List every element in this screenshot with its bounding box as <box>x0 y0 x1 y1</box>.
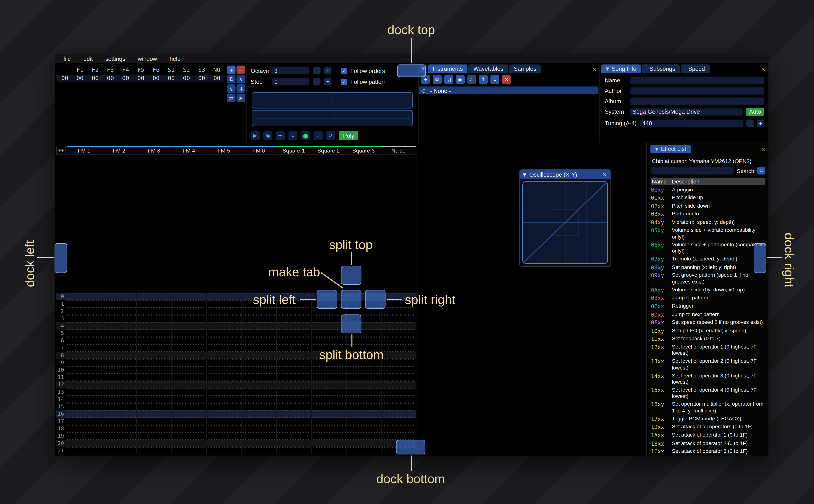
order-cell[interactable]: 00 <box>194 75 209 82</box>
tuning-increase-button[interactable]: + <box>757 120 764 127</box>
effect-search-input[interactable] <box>651 167 734 175</box>
pattern-row[interactable]: 12 <box>56 381 416 389</box>
pattern-row[interactable]: 11 <box>56 374 416 381</box>
pattern-row-cells[interactable] <box>66 308 415 315</box>
pattern-row-cells[interactable] <box>66 374 415 381</box>
move-instrument-up-button[interactable]: ↑ <box>479 75 488 84</box>
drop-target-split-bottom[interactable] <box>341 314 361 333</box>
panel-separator[interactable] <box>600 63 600 143</box>
pattern-row[interactable]: 10 <box>56 366 416 374</box>
instruments-tab[interactable]: Instruments <box>428 64 468 73</box>
order-cell[interactable]: 00 <box>72 75 88 82</box>
order-cell[interactable]: 00 <box>209 75 224 82</box>
channel-header[interactable]: Noise <box>381 146 416 154</box>
pattern-row-cells[interactable] <box>66 293 415 300</box>
instruments-tab[interactable]: Wavetables <box>469 64 508 73</box>
octave-decrease-button[interactable]: - <box>313 67 320 74</box>
duplicate-order-button[interactable]: ⧉ <box>227 75 235 83</box>
channel-header[interactable]: FM 2 <box>102 146 136 154</box>
step-decrease-button[interactable]: - <box>313 78 320 85</box>
system-input[interactable] <box>630 108 743 116</box>
play-pattern-button[interactable]: ◉ <box>263 131 272 140</box>
pattern-row-cells[interactable] <box>66 418 415 425</box>
order-edit-mode-button[interactable]: ➤ <box>236 94 245 102</box>
collapse-icon[interactable]: ▼ <box>523 172 526 177</box>
channel-header[interactable]: Square 2 <box>311 146 346 154</box>
pattern-row-cells[interactable] <box>66 330 415 337</box>
pattern-row-cells[interactable] <box>66 322 415 330</box>
order-cell[interactable]: 00 <box>57 75 72 82</box>
drop-target-split-left[interactable] <box>317 290 337 309</box>
pattern-row-cells[interactable] <box>66 440 415 447</box>
add-order-button[interactable]: + <box>227 66 235 74</box>
order-cell[interactable]: 00 <box>179 75 194 82</box>
drop-target-split-top[interactable] <box>341 266 361 285</box>
pattern-row-cells[interactable] <box>66 396 415 403</box>
dock-separator[interactable] <box>646 143 647 456</box>
instrument-list-item[interactable]: ○ - None - <box>419 86 598 94</box>
order-cell[interactable]: 00 <box>118 75 133 82</box>
channel-header[interactable]: FM 1 <box>67 146 101 154</box>
oscilloscope-title-bar[interactable]: ▼ Oscilloscope (X-Y) × <box>520 170 611 179</box>
poly-mode-button[interactable]: Poly <box>339 131 358 140</box>
pattern-row[interactable]: 15 <box>56 403 416 410</box>
pattern-row-cells[interactable] <box>66 381 415 389</box>
step-input[interactable] <box>272 78 309 85</box>
song-album-input[interactable] <box>630 97 764 105</box>
step-forward-button[interactable]: ⇥ <box>276 131 285 140</box>
panel-separator[interactable] <box>246 63 247 143</box>
channel-header[interactable]: Square 3 <box>346 146 381 154</box>
pattern-row[interactable]: 13 <box>56 388 416 396</box>
pattern-row-cells[interactable] <box>66 388 415 396</box>
pattern-row[interactable]: 5 <box>56 330 416 337</box>
pattern-row[interactable]: 6 <box>56 337 416 344</box>
pattern-row[interactable]: 14 <box>56 396 416 403</box>
channel-header[interactable]: FM 4 <box>171 146 206 154</box>
channel-header[interactable]: FM 3 <box>136 146 171 154</box>
close-icon[interactable]: × <box>591 66 598 73</box>
pattern-row[interactable]: 18 <box>56 425 416 433</box>
pattern-row-cells[interactable] <box>66 403 415 410</box>
menu-item[interactable]: settings <box>99 55 131 62</box>
order-cell[interactable]: 00 <box>164 75 179 82</box>
pattern-row[interactable]: 16 <box>56 410 416 418</box>
duplicate-instrument-button[interactable]: ⧉ <box>433 75 442 84</box>
song-info-tab[interactable]: ▼Song Info <box>601 64 641 73</box>
remove-order-button[interactable]: − <box>236 66 245 74</box>
pattern-row[interactable]: 1 <box>56 300 416 308</box>
step-down-button[interactable]: ↓ <box>288 131 297 140</box>
pattern-row-cells[interactable] <box>66 300 415 308</box>
toggle-folders-button[interactable]: ∴ <box>467 75 476 84</box>
order-change-mode-button[interactable]: ⇄ <box>227 94 235 102</box>
menu-item[interactable]: edit <box>77 55 99 62</box>
follow-orders-checkbox[interactable]: ✓ <box>341 67 347 74</box>
repeat-pattern-button[interactable]: ⟳ <box>326 131 335 140</box>
order-cell[interactable]: 00 <box>88 75 103 82</box>
duplicate-order-end-button[interactable]: ⇊ <box>236 84 245 93</box>
song-author-input[interactable] <box>630 87 764 95</box>
pattern-row-cells[interactable] <box>66 410 415 418</box>
step-increase-button[interactable]: + <box>324 78 331 85</box>
pattern-corner-button[interactable]: ++ <box>56 146 65 154</box>
pattern-row-cells[interactable] <box>66 432 415 440</box>
menu-item[interactable]: window <box>131 55 163 62</box>
move-order-down-button[interactable]: ∨ <box>227 84 235 93</box>
tuning-decrease-button[interactable]: - <box>746 120 754 127</box>
close-icon[interactable]: × <box>602 171 607 178</box>
tuning-input[interactable] <box>640 119 743 127</box>
menu-item[interactable]: file <box>57 55 77 62</box>
channel-header[interactable]: FM 5 <box>206 146 241 154</box>
auto-system-button[interactable]: Auto <box>746 108 764 116</box>
song-info-tab[interactable]: Subsongs <box>642 64 680 73</box>
order-cell[interactable]: 00 <box>103 75 118 82</box>
move-order-up-button[interactable]: ∧ <box>236 75 245 83</box>
menu-icon[interactable]: ≡ <box>757 167 765 175</box>
order-cell[interactable]: 00 <box>133 75 149 82</box>
delete-instrument-button[interactable]: ✕ <box>502 75 511 84</box>
drop-target-dock-bottom[interactable] <box>396 440 425 454</box>
pattern-row-cells[interactable] <box>66 447 415 454</box>
pattern-row[interactable]: 20 <box>56 440 416 447</box>
pattern-row[interactable]: 21 <box>56 447 416 454</box>
song-info-tab[interactable]: Speed <box>681 64 710 73</box>
order-cell[interactable]: 00 <box>148 75 164 82</box>
